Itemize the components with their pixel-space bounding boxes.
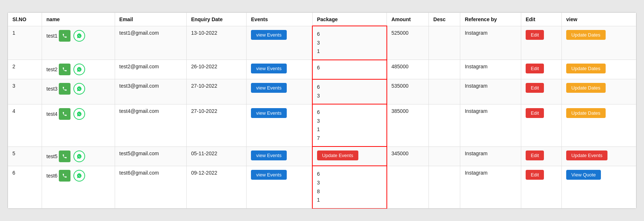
phone-icon-button[interactable]: [59, 108, 71, 120]
name-text: test1: [46, 33, 57, 39]
cell-reference-by: Instagram: [460, 26, 521, 60]
package-line: 3: [317, 92, 382, 100]
update-events-package-button[interactable]: Update Events: [317, 150, 358, 160]
cell-view: Update Dates: [562, 79, 636, 104]
whatsapp-icon-button[interactable]: [73, 108, 85, 120]
package-line: 8: [317, 187, 382, 196]
view-action-button[interactable]: Update Events: [566, 150, 607, 160]
cell-email: test5@gmail.com: [115, 146, 187, 166]
cell-enquiry-date: 13-10-2022: [187, 26, 247, 60]
cell-slno: 4: [8, 104, 42, 146]
cell-events: view Events: [247, 146, 312, 166]
package-line: 1: [317, 125, 382, 134]
package-line: 3: [317, 39, 382, 47]
cell-desc: [429, 104, 460, 146]
cell-package: 6317: [312, 104, 387, 146]
cell-view: Update Dates: [562, 104, 636, 146]
package-line: 6: [317, 30, 382, 39]
cell-events: view Events: [247, 60, 312, 79]
enquiry-table-wrapper: Sl.NOnameEmailEnquiry DateEventsPackageA…: [7, 12, 637, 209]
cell-slno: 6: [8, 166, 42, 208]
col-header-email: Email: [115, 12, 187, 26]
col-header-enquiry-date: Enquiry Date: [187, 12, 247, 26]
cell-view: View Quote: [562, 166, 636, 208]
col-header-events: Events: [247, 12, 312, 26]
cell-name: test4: [42, 104, 115, 146]
package-line: 1: [317, 47, 382, 56]
cell-reference-by: Instagram: [460, 146, 521, 166]
edit-button[interactable]: Edit: [526, 170, 544, 180]
cell-desc: [429, 60, 460, 79]
col-header-desc: Desc: [429, 12, 460, 26]
col-header-reference-by: Reference by: [460, 12, 521, 26]
phone-icon-button[interactable]: [59, 64, 71, 75]
cell-email: test3@gmail.com: [115, 79, 187, 104]
table-row: 4test4test4@gmail.com27-10-2022view Even…: [8, 104, 636, 146]
cell-amount: 535000: [387, 79, 429, 104]
enquiry-table: Sl.NOnameEmailEnquiry DateEventsPackageA…: [8, 12, 636, 209]
whatsapp-icon-button[interactable]: [73, 150, 85, 162]
cell-slno: 2: [8, 60, 42, 79]
edit-button[interactable]: Edit: [526, 64, 544, 73]
cell-package: 631: [312, 26, 387, 60]
package-line: 3: [317, 179, 382, 187]
view-action-button[interactable]: Update Dates: [566, 64, 606, 73]
view-events-button[interactable]: view Events: [251, 64, 286, 73]
cell-desc: [429, 79, 460, 104]
phone-icon-button[interactable]: [59, 150, 71, 162]
cell-edit: Edit: [521, 79, 561, 104]
cell-events: view Events: [247, 104, 312, 146]
cell-edit: Edit: [521, 146, 561, 166]
package-line: 6: [317, 64, 382, 72]
view-action-button[interactable]: Update Dates: [566, 30, 606, 40]
table-row: 1test1test1@gmail.com13-10-2022view Even…: [8, 26, 636, 60]
cell-amount: 525000: [387, 26, 429, 60]
view-events-button[interactable]: view Events: [251, 30, 286, 40]
cell-view: Update Dates: [562, 26, 636, 60]
cell-desc: [429, 146, 460, 166]
cell-email: test4@gmail.com: [115, 104, 187, 146]
view-action-button[interactable]: View Quote: [566, 170, 601, 180]
cell-events: view Events: [247, 79, 312, 104]
view-events-button[interactable]: view Events: [251, 108, 286, 118]
cell-name: test2: [42, 60, 115, 79]
cell-email: test2@gmail.com: [115, 60, 187, 79]
whatsapp-icon-button[interactable]: [73, 83, 85, 95]
cell-view: Update Events: [562, 146, 636, 166]
cell-slno: 3: [8, 79, 42, 104]
edit-button[interactable]: Edit: [526, 30, 544, 40]
package-line: 1: [317, 196, 382, 205]
view-action-button[interactable]: Update Dates: [566, 83, 606, 93]
cell-name: test5: [42, 146, 115, 166]
phone-icon-button[interactable]: [59, 83, 71, 95]
col-header-view: view: [562, 12, 636, 26]
cell-desc: [429, 26, 460, 60]
cell-amount: 345000: [387, 146, 429, 166]
cell-edit: Edit: [521, 60, 561, 79]
cell-desc: [429, 166, 460, 208]
col-header-edit: Edit: [521, 12, 561, 26]
edit-button[interactable]: Edit: [526, 83, 544, 93]
whatsapp-icon-button[interactable]: [73, 64, 85, 75]
cell-edit: Edit: [521, 166, 561, 208]
col-header-amount: Amount: [387, 12, 429, 26]
cell-package: 63: [312, 79, 387, 104]
view-events-button[interactable]: view Events: [251, 150, 286, 160]
view-action-button[interactable]: Update Dates: [566, 108, 606, 118]
cell-email: test6@gmail.com: [115, 166, 187, 208]
phone-icon-button[interactable]: [59, 170, 71, 182]
package-line: 3: [317, 117, 382, 126]
cell-enquiry-date: 27-10-2022: [187, 79, 247, 104]
package-line: 6: [317, 83, 382, 92]
whatsapp-icon-button[interactable]: [73, 170, 85, 182]
cell-name: test3: [42, 79, 115, 104]
whatsapp-icon-button[interactable]: [73, 30, 85, 42]
view-events-button[interactable]: view Events: [251, 83, 286, 93]
edit-button[interactable]: Edit: [526, 108, 544, 118]
edit-button[interactable]: Edit: [526, 150, 544, 160]
cell-reference-by: Instagram: [460, 104, 521, 146]
view-events-button[interactable]: view Events: [251, 170, 286, 180]
cell-package: 6: [312, 60, 387, 79]
phone-icon-button[interactable]: [59, 30, 71, 42]
name-text: test3: [46, 86, 57, 92]
